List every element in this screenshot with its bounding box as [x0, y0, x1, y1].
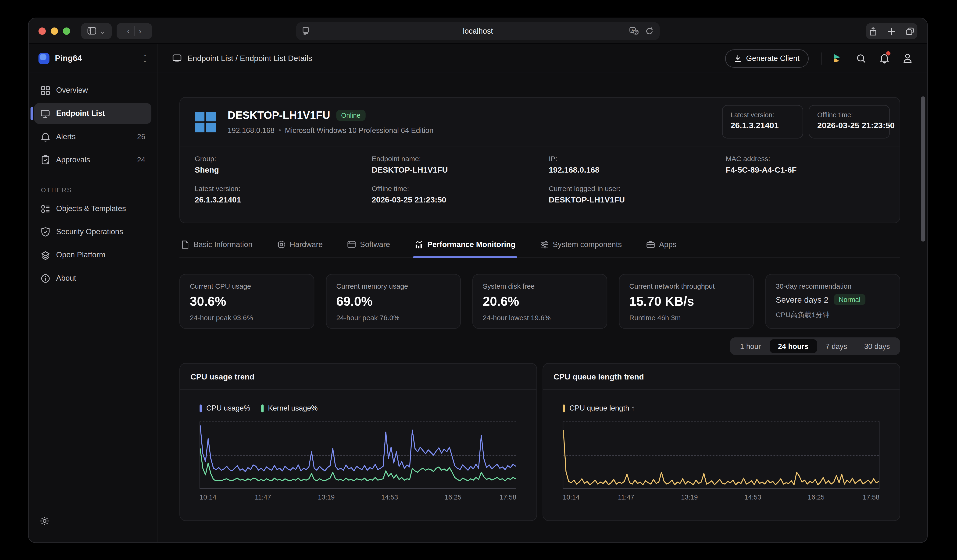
chart-title: CPU usage trend	[180, 364, 537, 390]
normal-status-badge: Normal	[834, 294, 865, 305]
stat-cpu-usage: Current CPU usage 30.6% 24-hour peak 93.…	[179, 274, 314, 329]
detail-ip: IP: 192.168.0.168	[549, 155, 726, 175]
tab-software[interactable]: Software	[346, 238, 392, 257]
sidebar-item-approvals[interactable]: Approvals 24	[34, 150, 152, 170]
translate-icon[interactable]: A文	[629, 27, 639, 35]
range-24-hours[interactable]: 24 hours	[769, 339, 817, 353]
range-7-days[interactable]: 7 days	[817, 339, 856, 353]
device-overview-card: DESKTOP-LH1V1FU Online 192.168.0.168 Mic…	[179, 97, 900, 223]
settings-button[interactable]	[36, 513, 53, 529]
forward-button[interactable]: ›	[139, 27, 141, 35]
stat-memory-usage: Current memory usage 69.0% 24-hour peak …	[326, 274, 461, 329]
detail-tabs: Basic Information Hardware	[179, 238, 900, 258]
detail-offline-time: Offline time: 2026-03-25 21:23:50	[372, 185, 549, 205]
divider	[821, 52, 821, 64]
product-logo-icon[interactable]	[832, 53, 843, 63]
back-button[interactable]: ‹	[127, 27, 129, 35]
sidebar-item-label: Overview	[56, 86, 88, 95]
chart-legend: CPU usage% Kernel usage%	[199, 403, 537, 413]
workspace-switcher[interactable]: Ping64 ⌃⌃	[29, 44, 157, 73]
svg-text:文: 文	[635, 30, 638, 34]
time-range-segmented-control: 1 hour 24 hours 7 days 30 days	[730, 338, 900, 355]
monitor-icon	[172, 54, 182, 63]
tab-apps[interactable]: Apps	[645, 238, 678, 257]
clipboard-check-icon	[40, 155, 50, 165]
stat-disk-free: System disk free 20.6% 24-hour lowest 19…	[472, 274, 607, 329]
briefcase-icon	[646, 240, 655, 249]
severe-days-text: Severe days 2	[776, 295, 828, 304]
browser-window: ⌄ ‹ › localhost A文	[28, 18, 927, 543]
legend-cpu-queue-length[interactable]: CPU queue length ↑	[562, 404, 635, 412]
sidebar-icon	[87, 27, 96, 35]
tab-basic-information[interactable]: Basic Information	[179, 238, 254, 257]
sidebar-nav: Overview Endpoint List Alerts 26	[29, 73, 157, 170]
sidebar-item-label: Security Operations	[56, 227, 123, 236]
dot-separator	[279, 129, 281, 131]
tab-performance-monitoring[interactable]: Performance Monitoring	[413, 238, 517, 257]
range-1-hour[interactable]: 1 hour	[731, 339, 769, 353]
new-tab-icon[interactable]	[888, 27, 895, 35]
x-axis: 10:14 11:47 13:19 14:53 16:25 17:58	[199, 494, 516, 502]
alerts-count-badge: 26	[137, 133, 145, 141]
sidebar-item-alerts[interactable]: Alerts 26	[34, 126, 152, 147]
approvals-count-badge: 24	[137, 156, 145, 164]
sidebar: Ping64 ⌃⌃ Overview Endpoint List	[29, 44, 158, 543]
cpu-queue-trend-card: CPU queue length trend CPU queue length …	[543, 363, 900, 521]
sliders-icon	[540, 240, 549, 249]
detail-latest-version: Latest version: 26.1.3.21401	[194, 185, 372, 205]
range-30-days[interactable]: 30 days	[856, 339, 899, 353]
detail-group: Group: Sheng	[194, 155, 372, 175]
generate-client-button[interactable]: Generate Client	[725, 49, 809, 67]
sidebar-section-label: OTHERS	[41, 186, 157, 193]
cpu-usage-plot	[199, 421, 516, 489]
download-icon	[734, 54, 742, 62]
info-box-label: Latest version:	[731, 111, 794, 118]
latest-version-box: Latest version: 26.1.3.21401	[722, 105, 803, 139]
legend-kernel-usage[interactable]: Kernel usage%	[261, 404, 317, 412]
close-window-button[interactable]	[39, 27, 46, 34]
info-icon	[40, 273, 50, 283]
bar-chart-icon	[414, 240, 423, 249]
history-nav: ‹ ›	[117, 23, 152, 39]
legend-swatch	[562, 404, 565, 412]
app-name: Ping64	[55, 54, 143, 63]
sidebar-item-label: Alerts	[56, 133, 76, 141]
tab-system-components[interactable]: System components	[539, 238, 623, 257]
reload-icon[interactable]	[645, 27, 654, 35]
x-axis: 10:14 11:47 13:19 14:53 16:25 17:58	[562, 494, 880, 502]
search-icon[interactable]	[856, 54, 866, 63]
user-avatar-icon[interactable]	[903, 53, 913, 63]
monitor-icon	[40, 109, 50, 118]
list-icon	[40, 203, 50, 213]
tab-overview-icon[interactable]	[906, 27, 914, 35]
notifications-bell-icon[interactable]	[880, 53, 889, 63]
grid-icon	[40, 85, 50, 95]
legend-swatch	[199, 404, 202, 412]
file-icon	[181, 240, 189, 249]
traffic-lights	[39, 27, 70, 34]
share-icon[interactable]	[869, 27, 877, 36]
detail-logged-in-user: Current logged-in user: DESKTOP-LH1V1FU	[549, 185, 726, 205]
sidebar-item-label: Objects & Templates	[56, 204, 126, 213]
tab-hardware[interactable]: Hardware	[276, 238, 324, 257]
legend-cpu-usage[interactable]: CPU usage%	[199, 404, 250, 412]
chart-title: CPU queue length trend	[543, 364, 900, 390]
browser-sidebar-toggle[interactable]: ⌄	[81, 23, 112, 39]
device-os: Microsoft Windows 10 Professional 64 Edi…	[285, 126, 433, 134]
sidebar-item-security-operations[interactable]: Security Operations	[34, 221, 152, 242]
minimize-window-button[interactable]	[51, 27, 58, 34]
sidebar-item-about[interactable]: About	[34, 268, 152, 289]
breadcrumb-text: Endpoint List / Endpoint List Details	[187, 54, 312, 63]
info-box-label: Offline time:	[817, 111, 881, 118]
divider	[134, 26, 134, 36]
chip-icon	[277, 240, 286, 249]
sidebar-item-overview[interactable]: Overview	[34, 80, 152, 101]
gear-icon	[40, 516, 49, 526]
scrollbar[interactable]	[921, 96, 925, 242]
info-box-value: 2026-03-25 21:23:50	[817, 121, 881, 130]
address-bar[interactable]: localhost A文	[296, 22, 660, 40]
sidebar-item-open-platform[interactable]: Open Platform	[34, 245, 152, 265]
sidebar-item-endpoint-list[interactable]: Endpoint List	[34, 103, 152, 124]
sidebar-item-objects-templates[interactable]: Objects & Templates	[34, 198, 152, 219]
zoom-window-button[interactable]	[63, 27, 70, 34]
